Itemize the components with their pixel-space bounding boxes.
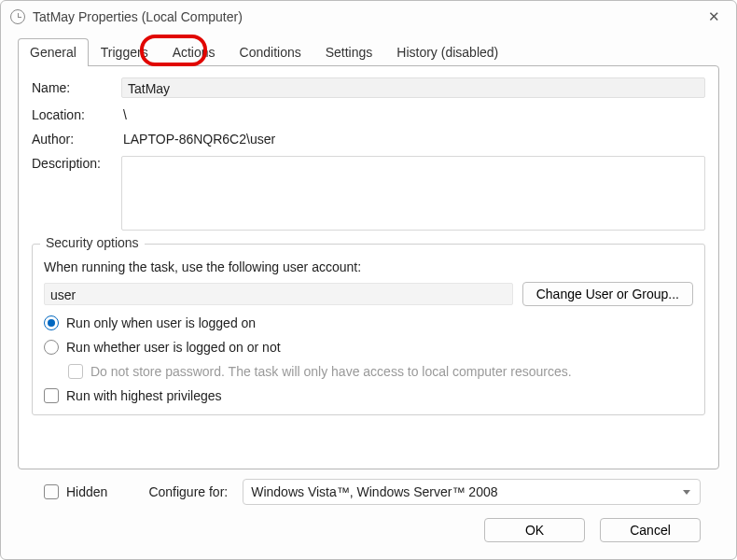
ok-button[interactable]: OK — [484, 518, 585, 542]
properties-dialog: TatMay Properties (Local Computer) ✕ Gen… — [0, 0, 737, 560]
radio-label: Run whether user is logged on or not — [66, 340, 281, 355]
label-name: Name: — [32, 80, 121, 95]
tab-conditions[interactable]: Conditions — [228, 38, 313, 66]
button-bar: OK Cancel — [18, 518, 719, 559]
user-account-display: user — [44, 283, 513, 305]
security-options-group: Security options When running the task, … — [32, 244, 705, 415]
checkbox-icon — [68, 364, 83, 379]
checkbox-no-store-password: Do not store password. The task will onl… — [68, 364, 693, 379]
checkbox-icon[interactable] — [44, 484, 59, 499]
checkbox-label: Do not store password. The task will onl… — [90, 364, 572, 379]
label-location: Location: — [32, 107, 121, 122]
content-area: General Triggers Actions Conditions Sett… — [1, 33, 736, 559]
radio-label: Run only when user is logged on — [66, 315, 256, 330]
label-description: Description: — [32, 156, 121, 171]
author-value: LAPTOP-86NQR6C2\user — [121, 132, 275, 147]
tabstrip: General Triggers Actions Conditions Sett… — [18, 38, 719, 66]
cancel-button[interactable]: Cancel — [600, 518, 701, 542]
description-input[interactable] — [121, 156, 705, 231]
tab-triggers[interactable]: Triggers — [89, 38, 160, 66]
user-account-row: user Change User or Group... — [44, 282, 693, 306]
label-author: Author: — [32, 132, 121, 147]
tab-history[interactable]: History (disabled) — [384, 38, 510, 66]
change-user-button[interactable]: Change User or Group... — [522, 282, 693, 306]
checkbox-label: Hidden — [66, 484, 107, 499]
tabpanel-general: Name: TatMay Location: \ Author: LAPTOP-… — [18, 65, 719, 469]
label-configure-for: Configure for: — [148, 484, 228, 499]
security-prompt: When running the task, use the following… — [44, 259, 693, 274]
radio-run-whether[interactable]: Run whether user is logged on or not — [44, 340, 693, 355]
radio-icon[interactable] — [44, 315, 59, 330]
row-description: Description: — [32, 156, 705, 231]
checkbox-label: Run with highest privileges — [66, 388, 222, 403]
checkbox-hidden[interactable]: Hidden — [44, 484, 107, 499]
select-value: Windows Vista™, Windows Server™ 2008 — [251, 484, 497, 499]
row-author: Author: LAPTOP-86NQR6C2\user — [32, 132, 705, 147]
window-title: TatMay Properties (Local Computer) — [33, 9, 701, 24]
tab-actions[interactable]: Actions — [160, 38, 228, 66]
security-legend: Security options — [40, 235, 145, 250]
name-input[interactable]: TatMay — [121, 77, 705, 98]
checkbox-icon[interactable] — [44, 388, 59, 403]
titlebar: TatMay Properties (Local Computer) ✕ — [1, 1, 736, 33]
configure-for-select[interactable]: Windows Vista™, Windows Server™ 2008 — [243, 479, 701, 505]
radio-icon[interactable] — [44, 340, 59, 355]
row-location: Location: \ — [32, 107, 705, 122]
footer-row: Hidden Configure for: Windows Vista™, Wi… — [18, 469, 719, 518]
close-icon[interactable]: ✕ — [701, 8, 727, 25]
location-value: \ — [121, 107, 127, 122]
checkbox-highest-privileges[interactable]: Run with highest privileges — [44, 388, 693, 403]
tab-general[interactable]: General — [18, 38, 89, 66]
clock-icon — [10, 9, 25, 24]
radio-run-logged-on[interactable]: Run only when user is logged on — [44, 315, 693, 330]
tab-settings[interactable]: Settings — [313, 38, 385, 66]
row-name: Name: TatMay — [32, 77, 705, 98]
